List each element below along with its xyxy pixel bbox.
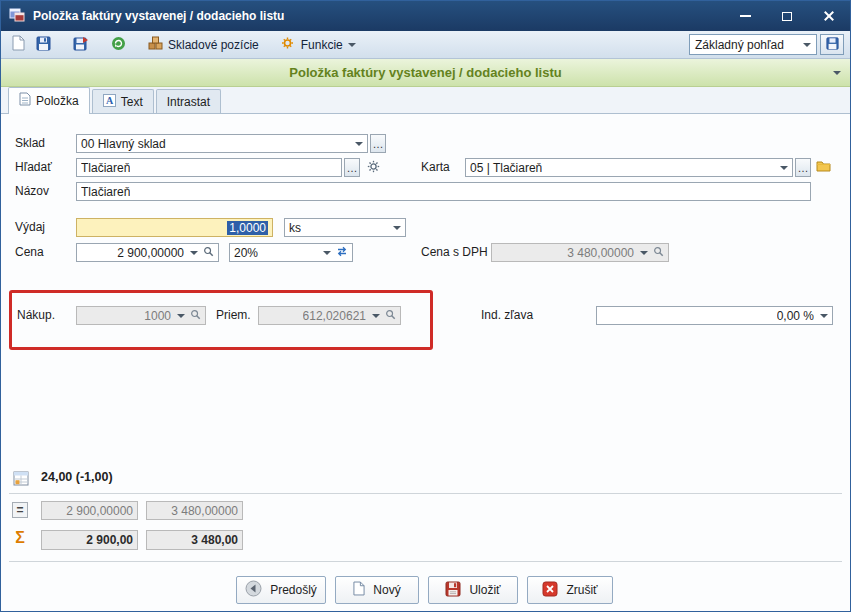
chevron-down-icon[interactable] <box>393 226 401 230</box>
warehouse-boxes-icon <box>148 36 163 53</box>
karta-value: 05 | Tlačiareň <box>470 161 542 175</box>
cancel-button[interactable]: Zrušiť <box>527 576 613 604</box>
maximize-button[interactable] <box>766 1 808 31</box>
hladat-input[interactable]: Tlačiareň <box>76 158 342 177</box>
new-record-button[interactable]: Nový <box>335 576 419 604</box>
skladove-pozicie-button[interactable]: Skladové pozície <box>144 34 263 56</box>
karta-select[interactable]: 05 | Tlačiareň <box>465 158 793 177</box>
document-icon <box>19 92 31 109</box>
nakup-label: Nákup. <box>17 306 55 325</box>
ind-zlava-input[interactable]: 0,00 % <box>596 306 833 325</box>
ind-zlava-value: 0,00 % <box>777 309 814 323</box>
karta-folder-button[interactable] <box>814 158 832 177</box>
cena-input[interactable]: 2 900,00000 <box>76 243 219 262</box>
save-button-toolbar[interactable] <box>32 34 55 56</box>
sum-net-value: 2 900,00 <box>86 533 133 547</box>
save-view-icon <box>826 37 839 53</box>
new-document-icon <box>12 35 25 54</box>
dialog-window: Položka faktúry vystavenej / dodacieho l… <box>0 0 851 612</box>
tab-text[interactable]: A Text <box>92 89 154 113</box>
view-selector-value: Základný pohľad <box>695 38 784 52</box>
close-icon <box>823 10 835 22</box>
vat-select[interactable]: 20% <box>229 243 353 262</box>
karta-label: Karta <box>421 158 450 177</box>
refresh-button[interactable] <box>107 34 130 56</box>
hladat-ellipsis-button[interactable] <box>344 158 360 177</box>
form-header: Položka faktúry vystavenej / dodacieho l… <box>1 59 850 87</box>
equals-gross-value: 3 480,00000 <box>171 504 238 518</box>
nazov-input[interactable]: Tlačiareň <box>76 182 811 201</box>
ellipsis-icon <box>798 161 809 175</box>
cancel-icon <box>542 581 558 600</box>
hladat-settings-button[interactable] <box>363 158 383 177</box>
sklad-label: Sklad <box>15 134 45 153</box>
vat-value: 20% <box>234 246 258 260</box>
sklad-ellipsis-button[interactable] <box>370 134 386 153</box>
view-selector[interactable]: Základný pohľad <box>689 34 817 55</box>
save-close-button[interactable] <box>69 34 93 56</box>
new-button[interactable] <box>7 34 29 56</box>
separator <box>9 493 842 494</box>
save-icon <box>36 36 51 54</box>
tab-intrastat-label: Intrastat <box>167 95 210 109</box>
collapse-chevron-icon[interactable] <box>833 71 841 75</box>
chevron-down-icon[interactable] <box>803 43 811 47</box>
new-document-icon <box>353 581 365 599</box>
save-view-button[interactable] <box>820 34 844 55</box>
chevron-down-icon <box>372 314 380 318</box>
chevron-down-icon[interactable] <box>355 142 363 146</box>
vydaj-input[interactable]: 1,0000 <box>76 218 273 237</box>
funkcie-menu-button[interactable]: Funkcie <box>277 34 360 56</box>
sigma-icon <box>12 528 28 547</box>
nakup-value: 1000 <box>144 309 171 323</box>
swap-arrows-icon[interactable] <box>336 246 348 260</box>
ellipsis-icon <box>347 161 358 175</box>
sum-gross-field: 3 480,00 <box>146 530 243 550</box>
save-button[interactable]: Uložiť <box>428 576 518 604</box>
chevron-down-icon[interactable] <box>190 251 198 255</box>
chevron-down-icon[interactable] <box>780 166 788 170</box>
toolbar: Skladové pozície Funkcie Základný pohľad <box>1 31 850 59</box>
cena-s-dph-label: Cena s DPH <box>421 243 488 262</box>
minimize-button[interactable] <box>724 1 766 31</box>
window-controls <box>724 1 850 31</box>
magnifier-icon <box>653 246 664 260</box>
tab-polozka-label: Položka <box>36 94 79 108</box>
previous-icon <box>245 580 262 600</box>
sklad-value: 00 Hlavný sklad <box>81 137 166 151</box>
tab-strip: Položka A Text Intrastat <box>1 87 850 114</box>
hladat-value: Tlačiareň <box>81 161 130 175</box>
maximize-icon <box>782 12 792 21</box>
sum-net-field: 2 900,00 <box>41 530 138 550</box>
equals-glyph <box>16 503 23 517</box>
sum-gross-value: 3 480,00 <box>191 533 238 547</box>
chevron-down-icon[interactable] <box>323 251 331 255</box>
save-label: Uložiť <box>469 583 500 597</box>
folder-icon <box>816 160 831 175</box>
tab-text-label: Text <box>121 95 143 109</box>
sklad-select[interactable]: 00 Hlavný sklad <box>76 134 368 153</box>
equals-gross-field: 3 480,00000 <box>146 501 243 520</box>
chevron-down-icon <box>177 314 185 318</box>
ind-zlava-label: Ind. zľava <box>481 306 533 325</box>
cena-label: Cena <box>15 243 44 262</box>
window-title: Položka faktúry vystavenej / dodacieho l… <box>33 9 284 23</box>
funkcie-label: Funkcie <box>301 38 343 52</box>
previous-button[interactable]: Predošlý <box>236 576 326 604</box>
save-icon <box>445 581 461 600</box>
margin-icon <box>12 469 30 488</box>
equals-icon <box>12 502 28 518</box>
close-button[interactable] <box>808 1 850 31</box>
magnifier-icon[interactable] <box>203 246 214 260</box>
unit-select[interactable]: ks <box>284 218 406 237</box>
hladat-label: Hľadať <box>15 158 52 177</box>
margin-value: 24,00 (-1,00) <box>41 470 113 484</box>
nakup-field: 1000 <box>76 306 206 325</box>
chevron-down-icon[interactable] <box>820 314 828 318</box>
tab-intrastat[interactable]: Intrastat <box>156 89 221 113</box>
nazov-value: Tlačiareň <box>81 185 130 199</box>
tab-polozka[interactable]: Položka <box>8 87 90 113</box>
priem-label: Priem. <box>216 306 251 325</box>
equals-net-field: 2 900,00000 <box>41 501 138 520</box>
karta-ellipsis-button[interactable] <box>795 158 811 177</box>
